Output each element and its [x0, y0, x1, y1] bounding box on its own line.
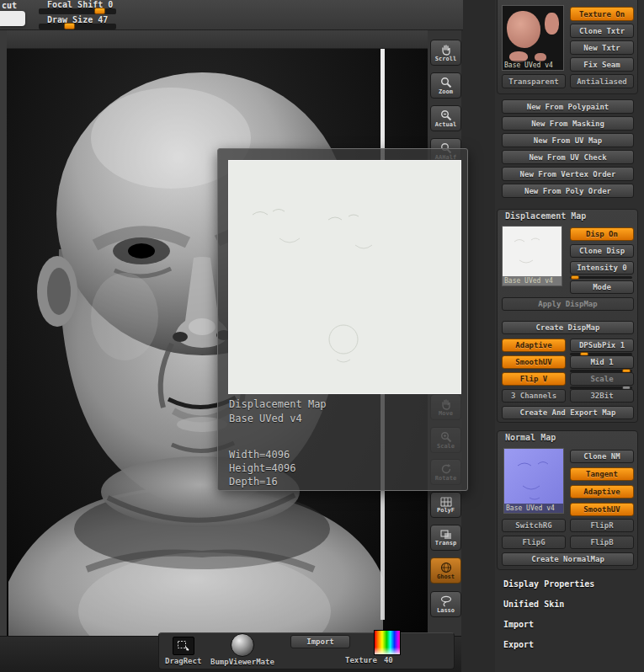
scroll-label: Scroll [435, 56, 456, 62]
export-menu[interactable]: Export [503, 640, 534, 649]
popup-depth: Depth=16 [229, 476, 278, 488]
popup-width: Width=4096 [229, 449, 290, 461]
texture-map-thumbnail[interactable]: Base UVed v4 [502, 5, 564, 71]
disp-on-button[interactable]: Disp On [570, 227, 634, 241]
displacement-thumbnail[interactable]: Base UVed v4 [502, 226, 562, 286]
tangent-toggle[interactable]: Tangent [570, 467, 634, 481]
intensity-track[interactable] [570, 276, 632, 279]
popup-title: Displacement Map [229, 398, 327, 410]
display-properties-menu[interactable]: Display Properties [503, 579, 594, 589]
magnifier-icon [440, 109, 452, 121]
apply-dispmap-button[interactable]: Apply DispMap [502, 297, 634, 311]
normal-thumb-label: Base UVed v4 [504, 504, 563, 513]
overlap-squares-icon [440, 530, 452, 540]
texture-selector-label: Texture [345, 656, 377, 664]
intensity-handle[interactable] [571, 275, 579, 280]
transparent-toggle[interactable]: Transparent [502, 74, 566, 88]
switchrg-toggle[interactable]: SwitchRG [502, 519, 566, 532]
lasso-label: Lasso [437, 607, 455, 614]
new-from-vertex-order-button[interactable]: New From Vertex Order [502, 167, 634, 181]
normal-section-title[interactable]: Normal Map [505, 433, 556, 442]
texture-selector-index: 40 [384, 656, 393, 664]
bumpviewermate-label: BumpViewerMate [210, 658, 274, 666]
draw-size-handle[interactable] [64, 23, 75, 29]
new-from-polypaint-button[interactable]: New From Polypaint [502, 99, 634, 114]
new-from-uv-check-button[interactable]: New From UV Check [502, 150, 634, 164]
bumpviewermate-sphere[interactable] [231, 633, 254, 657]
create-dispmap-button[interactable]: Create DispMap [502, 321, 634, 334]
new-txtr-button[interactable]: New Txtr [570, 40, 634, 55]
flip-v-toggle[interactable]: Flip V [502, 372, 566, 386]
create-normalmap-button[interactable]: Create NormalMap [502, 552, 634, 566]
adaptive-toggle[interactable]: Adaptive [502, 339, 566, 352]
nm-adaptive-toggle[interactable]: Adaptive [570, 485, 634, 499]
popup-subtitle: Base UVed v4 [229, 413, 302, 424]
top-toolbar: cut Focal Shift 0 Draw Size 47 [0, 0, 463, 30]
uv-island-blob [507, 11, 540, 48]
import-button[interactable]: Import [290, 635, 350, 648]
import-menu[interactable]: Import [503, 620, 534, 629]
new-from-uv-map-button[interactable]: New From UV Map [502, 133, 634, 147]
channels-button[interactable]: 3 Channels [502, 389, 566, 403]
actual-tool-button[interactable]: Actual [430, 105, 461, 131]
magnifier-icon [440, 77, 452, 88]
actual-label: Actual [435, 121, 456, 128]
grid-icon [440, 497, 452, 507]
uv-island-blob [545, 13, 559, 35]
bits-button[interactable]: 32Bit [570, 389, 634, 403]
normal-map-thumbnail[interactable]: Base UVed v4 [503, 448, 564, 514]
uv-sketch-marks [229, 161, 462, 395]
focal-shift-slider[interactable] [39, 8, 116, 14]
texture-on-button[interactable]: Texture On [570, 7, 634, 21]
zoom-tool-button[interactable]: Zoom [430, 72, 461, 99]
nm-smoothuv-toggle[interactable]: SmoothUV [570, 503, 634, 516]
smoothuv-toggle[interactable]: SmoothUV [502, 355, 566, 369]
flipb-toggle[interactable]: FlipB [570, 536, 634, 549]
xcut-tab-label[interactable]: cut [2, 1, 17, 10]
polyf-tool-button[interactable]: PolyF [430, 492, 461, 518]
dpsubpix-slider-button[interactable]: DPSubPix 1 [570, 339, 634, 352]
disp-thumb-label: Base UVed v4 [503, 276, 562, 285]
ghost-label: Ghost [437, 573, 455, 580]
focal-shift-handle[interactable] [94, 8, 105, 14]
transp-label: Transp [435, 540, 456, 547]
scroll-tool-button[interactable]: Scroll [430, 40, 461, 66]
left-edge-strip [0, 30, 7, 636]
lasso-tool-button[interactable]: Lasso [430, 591, 461, 617]
ghost-tool-button[interactable]: Ghost [430, 557, 461, 584]
displacement-map-popup: Displacement Map Base UVed v4 Width=4096… [217, 148, 468, 491]
new-from-masking-button[interactable]: New From Masking [502, 116, 634, 131]
mid-slider-button[interactable]: Mid 1 [570, 355, 634, 369]
texture-thumb-label: Base UVed v4 [503, 61, 563, 70]
hand-icon [440, 44, 452, 56]
lasso-icon [440, 595, 452, 607]
flipg-toggle[interactable]: FlipG [502, 536, 566, 549]
create-and-export-map-button[interactable]: Create And Export Map [502, 406, 634, 419]
zbrush-app: cut Focal Shift 0 Draw Size 47 [0, 0, 644, 672]
transp-tool-button[interactable]: Transp [430, 525, 461, 551]
intensity-slider-button[interactable]: Intensity 0 [570, 261, 634, 275]
clone-txtr-button[interactable]: Clone Txtr [570, 24, 634, 38]
displacement-section-title[interactable]: Displacement Map [505, 211, 586, 221]
displacement-preview-image [228, 160, 461, 394]
new-from-poly-order-button[interactable]: New From Poly Order [502, 184, 634, 198]
texture-selector-label-row: Texture 40 [345, 656, 393, 664]
polyf-label: PolyF [437, 507, 455, 514]
partial-popup-remnant [0, 11, 25, 26]
scale-slider-button[interactable]: Scale [570, 372, 634, 386]
clone-disp-button[interactable]: Clone Disp [570, 244, 634, 258]
popup-height: Height=4096 [229, 462, 295, 474]
mode-button[interactable]: Mode [570, 280, 634, 294]
drag-rect-icon [177, 640, 190, 652]
antialiased-toggle[interactable]: Antialiased [570, 74, 634, 88]
texture-swatch[interactable] [374, 630, 401, 655]
clone-nm-button[interactable]: Clone NM [570, 450, 634, 463]
fix-seam-button[interactable]: Fix Seam [570, 57, 634, 72]
draw-size-slider[interactable] [39, 24, 116, 29]
sphere-icon [440, 562, 452, 573]
unified-skin-menu[interactable]: Unified Skin [503, 600, 564, 609]
flipr-toggle[interactable]: FlipR [570, 519, 634, 532]
dragrect-button[interactable] [173, 637, 194, 655]
zoom-label: Zoom [439, 88, 453, 95]
dragrect-label: DragRect [165, 657, 201, 665]
